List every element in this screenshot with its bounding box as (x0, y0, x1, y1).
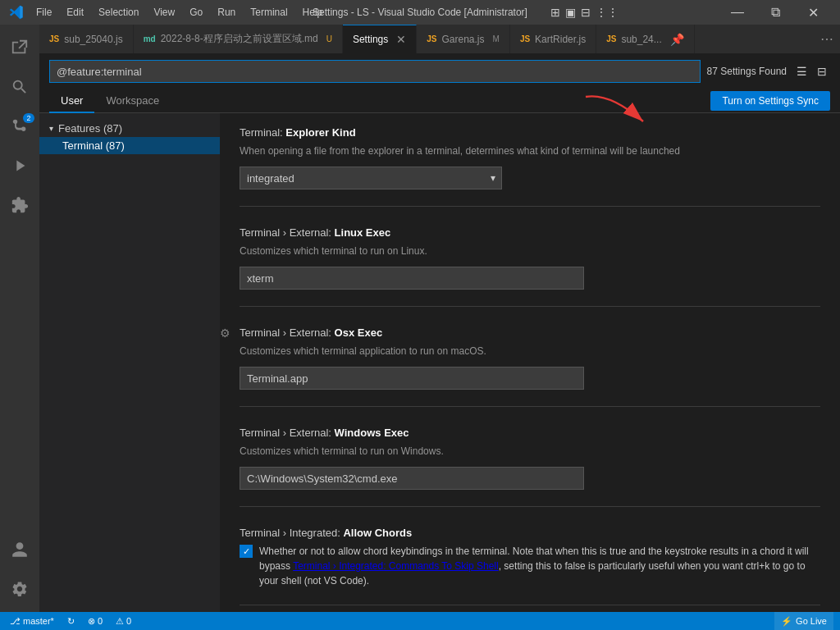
tab-2022[interactable]: md 2022-8-8-程序启动之前设置区域.md U (134, 25, 343, 53)
settings-toolbar-icons: ☰ ⊟ (793, 63, 830, 80)
title-controls: — ⧉ ✕ (719, 0, 832, 25)
tab-kartrider[interactable]: JS KartRider.js (510, 25, 596, 53)
tab-bar: JS sub_25040.js md 2022-8-8-程序启动之前设置区域.m… (39, 25, 840, 53)
setting-title-osx-exec: Terminal › External: Osx Exec (240, 326, 820, 339)
main-layout: 2 JS sub_25040.js md 2022-8-8-程序 (0, 25, 840, 612)
source-control-badge: 2 (23, 113, 34, 123)
tab-overflow-button[interactable]: ⋯ (814, 25, 840, 53)
settings-search-input[interactable] (49, 60, 701, 83)
tab-modified-indicator-garena: M (493, 34, 500, 43)
branch-icon: ⎇ (10, 616, 21, 627)
status-errors[interactable]: ⊗ 0 (84, 612, 106, 630)
tab-garena[interactable]: JS Garena.js M (417, 25, 510, 53)
settings-tree-sidebar: ▾ Features (87) Terminal (87) (39, 113, 220, 612)
setting-explorer-kind: Terminal: Explorer Kind When opening a f… (240, 126, 820, 207)
layout-icon-4[interactable]: ⋮⋮ (596, 6, 619, 19)
title-bar-icons: ⊞ ▣ ⊟ ⋮⋮ (550, 6, 619, 19)
layout-icon-1[interactable]: ⊞ (550, 6, 560, 19)
sync-button[interactable]: Turn on Settings Sync (710, 91, 830, 111)
menu-view[interactable]: View (147, 3, 181, 21)
status-bar-right: ⚡ Go Live (774, 612, 833, 630)
error-icon: ⊗ (88, 616, 95, 627)
activity-extensions[interactable] (0, 185, 39, 225)
tree-terminal-label: Terminal (87) (62, 139, 125, 152)
menu-run[interactable]: Run (211, 3, 242, 21)
settings-tabs: User Workspace Turn on Settings Sync (39, 89, 840, 113)
explorer-kind-select[interactable]: integrated external both (240, 167, 502, 189)
tab-sub2[interactable]: JS sub_24... 📌 (596, 25, 695, 53)
tab-icon-sub2: JS (606, 34, 616, 43)
tab-sub1[interactable]: JS sub_25040.js (39, 25, 134, 53)
status-sync[interactable]: ↻ (64, 612, 78, 630)
activity-account[interactable] (0, 530, 39, 569)
tab-modified-indicator-2022: U (326, 34, 332, 43)
status-warnings[interactable]: ⚠ 0 (112, 612, 135, 630)
sync-icon: ↻ (67, 616, 75, 627)
go-live-icon: ⚡ (781, 616, 792, 627)
windows-exec-input[interactable] (240, 467, 584, 490)
menu-go[interactable]: Go (183, 3, 209, 21)
search-input-wrapper (49, 60, 701, 83)
go-live-button[interactable]: ⚡ Go Live (774, 612, 833, 630)
tab-label-sub1: sub_25040.js (64, 34, 122, 45)
branch-label: master* (23, 616, 54, 626)
title-bar: File Edit Selection View Go Run Terminal… (0, 0, 840, 25)
tab-close-settings[interactable]: ✕ (396, 33, 406, 46)
tab-label-settings: Settings (353, 34, 388, 45)
gear-icon[interactable]: ⚙ (220, 326, 231, 340)
status-bar: ⎇ master* ↻ ⊗ 0 ⚠ 0 ⚡ Go Live (0, 612, 840, 630)
layout-icon-2[interactable]: ▣ (565, 6, 576, 19)
tab-user[interactable]: User (49, 89, 94, 113)
activity-bar-bottom (0, 530, 39, 612)
warning-count: 0 (126, 616, 131, 626)
menu-selection[interactable]: Selection (92, 3, 145, 21)
tree-terminal[interactable]: Terminal (87) (39, 137, 220, 154)
allow-chords-text: Whether or not to allow chord keybinding… (259, 544, 820, 588)
error-count: 0 (98, 616, 103, 626)
activity-search[interactable] (0, 67, 39, 107)
linux-exec-input[interactable] (240, 267, 584, 290)
layout-icon-3[interactable]: ⊟ (581, 6, 591, 19)
settings-filter-icon[interactable]: ☰ (793, 63, 810, 80)
restore-button[interactable]: ⧉ (756, 0, 794, 25)
close-button[interactable]: ✕ (794, 0, 832, 25)
setting-title-explorer-kind: Terminal: Explorer Kind (240, 126, 820, 139)
content-area: JS sub_25040.js md 2022-8-8-程序启动之前设置区域.m… (39, 25, 840, 612)
activity-source-control[interactable]: 2 (0, 107, 39, 146)
setting-desc-explorer-kind: When opening a file from the explorer in… (240, 144, 820, 158)
minimize-button[interactable]: — (719, 0, 756, 25)
osx-exec-input[interactable] (240, 367, 584, 390)
allow-chords-checkbox-row: Whether or not to allow chord keybinding… (240, 544, 820, 588)
tab-label-sub2: sub_24... (621, 34, 661, 45)
settings-search-bar: 87 Settings Found ☰ ⊟ (39, 53, 840, 89)
menu-file[interactable]: File (30, 3, 58, 21)
settings-more-icon[interactable]: ⊟ (814, 63, 830, 80)
tab-label-2022: 2022-8-8-程序启动之前设置区域.md (161, 32, 318, 46)
tree-features-label: Features (87) (58, 122, 122, 135)
activity-manage[interactable] (0, 569, 39, 609)
settings-layout: ▾ Features (87) Terminal (87) Terminal: … (39, 113, 840, 612)
tab-settings[interactable]: Settings ✕ (343, 25, 417, 53)
setting-windows-exec: Terminal › External: Windows Exec Custom… (240, 427, 820, 507)
setting-title-allow-chords: Terminal › Integrated: Allow Chords (240, 527, 820, 539)
activity-explorer[interactable] (0, 28, 39, 67)
tab-pin-icon-sub2: 📌 (670, 33, 684, 46)
activity-run[interactable] (0, 146, 39, 185)
tab-icon-garena: JS (427, 34, 436, 43)
settings-tab-list: User Workspace (49, 89, 171, 112)
setting-desc-osx-exec: Customizes which terminal application to… (240, 344, 820, 358)
menu-terminal[interactable]: Terminal (244, 3, 294, 21)
activity-bar: 2 (0, 25, 39, 612)
allow-chords-checkbox[interactable] (240, 545, 253, 558)
setting-title-windows-exec: Terminal › External: Windows Exec (240, 427, 820, 439)
tree-features[interactable]: ▾ Features (87) (39, 120, 220, 137)
tab-workspace[interactable]: Workspace (94, 89, 171, 113)
tab-icon-kartrider: JS (520, 34, 530, 43)
menu-edit[interactable]: Edit (60, 3, 90, 21)
commands-to-skip-link[interactable]: Terminal › Integrated: Commands To Skip … (293, 560, 499, 572)
title-bar-left: File Edit Selection View Go Run Terminal… (8, 3, 329, 21)
setting-osx-exec: ⚙ Terminal › External: Osx Exec Customiz… (240, 326, 820, 407)
status-branch[interactable]: ⎇ master* (7, 612, 57, 630)
setting-linux-exec: Terminal › External: Linux Exec Customiz… (240, 226, 820, 307)
vscode-logo (8, 4, 25, 21)
